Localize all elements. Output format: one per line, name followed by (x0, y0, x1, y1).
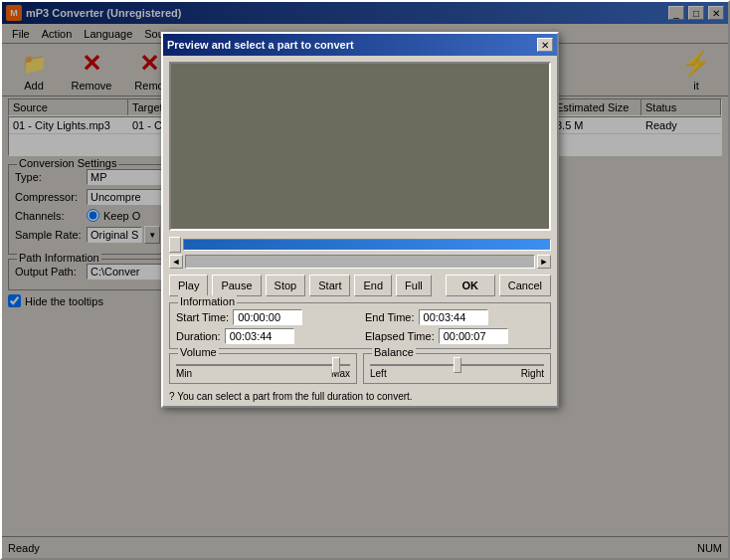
balance-title: Balance (372, 346, 416, 358)
volume-min-label: Min (176, 368, 192, 379)
scroll-track[interactable] (185, 255, 535, 269)
modal-title: Preview and select a part to convert (167, 39, 537, 51)
balance-left-label: Left (370, 368, 387, 379)
balance-group: Balance Left Right (363, 353, 551, 384)
balance-right-label: Right (521, 368, 544, 379)
balance-slider[interactable] (370, 364, 544, 366)
modal-overlay: Preview and select a part to convert ✕ ◄… (2, 2, 728, 558)
modal-dialog: Preview and select a part to convert ✕ ◄… (161, 32, 559, 408)
duration-row: Duration: 00:03:44 (176, 328, 355, 344)
duration-label: Duration: (176, 330, 221, 342)
volume-labels: Min Max (176, 368, 350, 379)
start-time-label: Start Time: (176, 311, 229, 323)
volume-slider[interactable] (176, 364, 350, 366)
modal-title-bar: Preview and select a part to convert ✕ (163, 34, 557, 56)
scroll-bar: ◄ ► (169, 255, 551, 269)
modal-close-button[interactable]: ✕ (537, 38, 553, 52)
vb-section: Volume Min Max Balance (169, 353, 551, 384)
stop-button[interactable]: Stop (266, 275, 306, 296)
balance-thumb[interactable] (454, 357, 461, 373)
elapsed-row: Elapsed Time: 00:00:07 (365, 328, 544, 344)
info-grid: Start Time: 00:00:00 End Time: 00:03:44 … (176, 309, 544, 344)
volume-track-line (176, 364, 350, 366)
pause-button[interactable]: Pause (212, 275, 261, 296)
cancel-button[interactable]: Cancel (499, 275, 551, 296)
play-button[interactable]: Play (169, 275, 208, 296)
video-preview (169, 62, 551, 231)
start-time-row: Start Time: 00:00:00 (176, 309, 355, 325)
elapsed-label: Elapsed Time: (365, 330, 435, 342)
volume-title: Volume (178, 346, 219, 358)
seek-bar[interactable] (169, 237, 551, 253)
seek-track[interactable] (183, 239, 551, 251)
start-time-value: 00:00:00 (233, 309, 302, 325)
duration-value: 00:03:44 (225, 328, 294, 344)
start-button[interactable]: Start (309, 275, 350, 296)
scroll-left-button[interactable]: ◄ (169, 255, 183, 269)
end-time-value: 00:03:44 (419, 309, 488, 325)
elapsed-value: 00:00:07 (439, 328, 508, 344)
volume-group: Volume Min Max (169, 353, 357, 384)
hint-text: ? You can select a part from the full du… (163, 388, 557, 406)
volume-thumb[interactable] (332, 357, 340, 373)
info-title: Information (178, 295, 237, 307)
ok-button[interactable]: OK (446, 275, 495, 296)
info-section: Information Start Time: 00:00:00 End Tim… (169, 302, 551, 349)
scroll-right-button[interactable]: ► (537, 255, 551, 269)
end-time-row: End Time: 00:03:44 (365, 309, 544, 325)
end-button[interactable]: End (354, 275, 392, 296)
main-window: M mP3 Converter (Unregistered) _ □ ✕ Fil… (0, 0, 730, 560)
end-time-label: End Time: (365, 311, 415, 323)
balance-track-line (370, 364, 544, 366)
full-button[interactable]: Full (396, 275, 432, 296)
seek-thumb[interactable] (169, 237, 181, 253)
